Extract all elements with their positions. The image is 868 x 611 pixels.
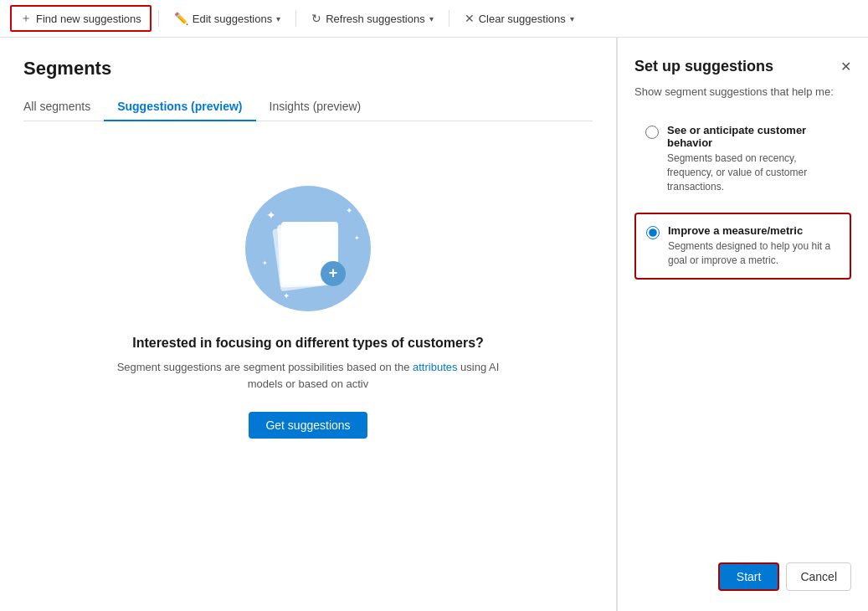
toolbar: ＋ Find new suggestions ✏️ Edit suggestio…	[0, 0, 868, 38]
separator-3	[449, 10, 449, 27]
main-layout: Segments All segments Suggestions (previ…	[0, 38, 868, 611]
panel-close-button[interactable]: ✕	[840, 60, 851, 74]
svg-text:✦: ✦	[266, 208, 276, 222]
edit-suggestions-label: Edit suggestions	[193, 13, 272, 25]
segments-illustration: + ✦ ✦ ✦ ✦ ✦	[241, 182, 375, 316]
panel-title-text: Set up suggestions	[634, 58, 773, 75]
right-panel: Set up suggestions ✕ Show segment sugges…	[617, 38, 868, 611]
main-content-desc: Segment suggestions are segment possibil…	[99, 359, 517, 392]
option-customer-behavior-label: See or anticipate customer behavior	[667, 124, 840, 149]
edit-chevron-icon: ▾	[276, 14, 280, 23]
tab-insights-preview[interactable]: Insights (preview)	[256, 93, 375, 121]
svg-text:✦: ✦	[354, 234, 360, 242]
refresh-chevron-icon: ▾	[429, 14, 434, 23]
panel-footer: Start Cancel	[634, 549, 851, 591]
option-customer-behavior[interactable]: See or anticipate customer behavior Segm…	[634, 113, 851, 204]
option-improve-metric[interactable]: Improve a measure/metric Segments design…	[634, 213, 851, 280]
separator-1	[158, 10, 159, 27]
refresh-icon: ↻	[311, 12, 321, 25]
svg-text:+: +	[329, 264, 338, 281]
plus-icon: ＋	[20, 11, 32, 26]
page-title: Segments	[23, 58, 593, 80]
center-content: + ✦ ✦ ✦ ✦ ✦ Interested in focusing on di…	[23, 148, 593, 455]
svg-text:✦: ✦	[262, 259, 268, 267]
clear-chevron-icon: ▾	[570, 14, 574, 23]
left-panel: Segments All segments Suggestions (previ…	[0, 38, 617, 611]
radio-improve-metric[interactable]	[646, 226, 660, 239]
panel-subtitle: Show segment suggestions that help me:	[634, 85, 851, 98]
start-button[interactable]: Start	[718, 562, 780, 591]
option-improve-metric-desc: Segments designed to help you hit a goal…	[668, 239, 840, 268]
refresh-suggestions-label: Refresh suggestions	[326, 13, 425, 25]
edit-suggestions-button[interactable]: ✏️ Edit suggestions ▾	[166, 8, 289, 29]
clear-icon: ✕	[465, 12, 475, 25]
clear-suggestions-button[interactable]: ✕ Clear suggestions ▾	[456, 8, 583, 29]
edit-icon: ✏️	[174, 12, 188, 25]
find-suggestions-button[interactable]: ＋ Find new suggestions	[10, 5, 152, 32]
svg-text:✦: ✦	[346, 206, 352, 215]
tab-suggestions-preview[interactable]: Suggestions (preview)	[104, 93, 255, 121]
panel-header: Set up suggestions ✕	[634, 58, 851, 75]
tab-all-segments[interactable]: All segments	[23, 93, 104, 121]
find-suggestions-label: Find new suggestions	[36, 13, 141, 25]
separator-2	[295, 10, 296, 27]
tabs-container: All segments Suggestions (preview) Insig…	[23, 93, 593, 121]
main-content-title: Interested in focusing on different type…	[132, 336, 484, 351]
cancel-button[interactable]: Cancel	[786, 562, 851, 591]
option-customer-behavior-desc: Segments based on recency, frequency, or…	[667, 151, 840, 193]
refresh-suggestions-button[interactable]: ↻ Refresh suggestions ▾	[303, 8, 442, 29]
radio-customer-behavior[interactable]	[645, 126, 659, 139]
option-improve-metric-label: Improve a measure/metric	[668, 224, 840, 237]
clear-suggestions-label: Clear suggestions	[479, 13, 566, 25]
svg-text:✦: ✦	[283, 291, 290, 300]
attributes-link[interactable]: attributes	[413, 361, 457, 373]
get-suggestions-button[interactable]: Get suggestions	[249, 412, 367, 439]
